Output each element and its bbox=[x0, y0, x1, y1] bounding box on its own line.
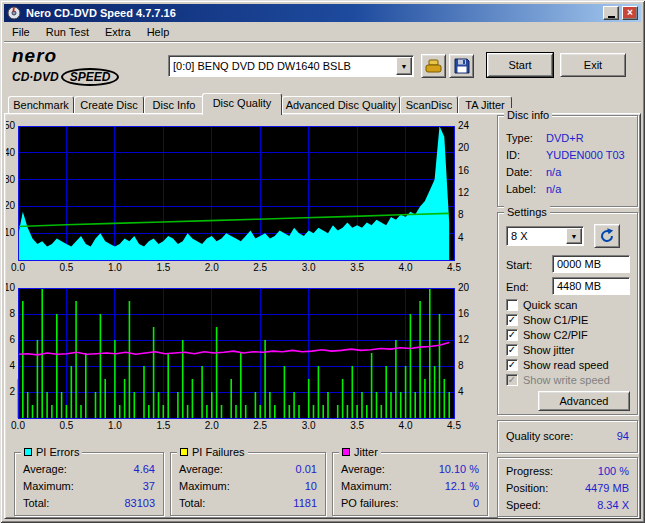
hand-disc-icon bbox=[425, 58, 443, 74]
refresh-speeds-button[interactable] bbox=[594, 224, 620, 248]
progress-group: Progress:100 % Position:4479 MB Speed:8.… bbox=[497, 457, 638, 517]
pif-total-label: Total: bbox=[179, 497, 205, 509]
checkbox-show-c2-pif[interactable]: ✓Show C2/PIF bbox=[506, 327, 636, 342]
svg-text:40: 40 bbox=[6, 147, 15, 158]
disc-date-value: n/a bbox=[546, 166, 561, 178]
svg-text:24: 24 bbox=[458, 120, 470, 131]
svg-text:2.5: 2.5 bbox=[253, 262, 267, 273]
tab-disc-quality[interactable]: Disc Quality bbox=[202, 93, 282, 115]
disc-date-label: Date: bbox=[506, 166, 532, 178]
speed-selector-dropdown[interactable]: ▼ bbox=[566, 228, 582, 244]
pi-errors-legend-swatch bbox=[24, 448, 32, 456]
checkbox-show-jitter[interactable]: ✓Show jitter bbox=[506, 342, 636, 357]
pif-total-value: 1181 bbox=[293, 497, 317, 509]
pi-failures-legend-swatch bbox=[180, 448, 188, 456]
svg-text:4.5: 4.5 bbox=[447, 420, 461, 431]
position-value: 4479 MB bbox=[585, 482, 629, 494]
app-window: Nero CD-DVD Speed 4.7.7.16 × File Run Te… bbox=[0, 0, 645, 523]
checkbox-label: Quick scan bbox=[523, 299, 577, 311]
drive-selector-value: [0:0] BENQ DVD DD DW1640 BSLB bbox=[169, 60, 395, 72]
tab-disc-info[interactable]: Disc Info bbox=[144, 96, 204, 113]
position-label: Position: bbox=[506, 482, 548, 494]
checkbox-show-c1-pie[interactable]: ✓Show C1/PIE bbox=[506, 312, 636, 327]
speed-value: 8.34 X bbox=[597, 499, 629, 511]
svg-text:0.0: 0.0 bbox=[11, 420, 25, 431]
pie-total-value: 83103 bbox=[124, 497, 155, 509]
chevron-down-icon: ▼ bbox=[571, 233, 578, 240]
menu-separator bbox=[4, 41, 641, 43]
tab-scandisc[interactable]: ScanDisc bbox=[400, 96, 458, 113]
speed-selector-value: 8 X bbox=[507, 230, 565, 242]
pie-maximum-label: Maximum: bbox=[23, 480, 74, 492]
start-button[interactable]: Start bbox=[487, 53, 553, 77]
speed-selector[interactable]: 8 X ▼ bbox=[506, 226, 584, 246]
disc-id-value: YUDEN000 T03 bbox=[546, 149, 625, 161]
window-title: Nero CD-DVD Speed 4.7.7.16 bbox=[24, 7, 600, 19]
end-mb-input[interactable]: 4480 MB bbox=[552, 277, 630, 295]
menu-file[interactable]: File bbox=[4, 24, 38, 40]
menu-extra[interactable]: Extra bbox=[97, 24, 139, 40]
advanced-button[interactable]: Advanced bbox=[538, 391, 630, 411]
checkbox-quick-scan[interactable]: Quick scan bbox=[506, 297, 636, 312]
nero-brand-text: nero bbox=[12, 45, 164, 67]
checkbox-box: ✓ bbox=[506, 359, 518, 371]
pif-maximum-label: Maximum: bbox=[179, 480, 230, 492]
svg-text:20: 20 bbox=[6, 200, 15, 211]
checkbox-show-write-speed[interactable]: ✓Show write speed bbox=[506, 372, 636, 387]
save-results-button[interactable] bbox=[449, 54, 474, 78]
checkbox-box bbox=[506, 299, 518, 311]
disc-label-label: Label: bbox=[506, 183, 536, 195]
pif-maximum-value: 10 bbox=[305, 480, 317, 492]
pif-average-value: 0.01 bbox=[296, 463, 317, 475]
tab-advanced-disc-quality[interactable]: Advanced Disc Quality bbox=[282, 96, 400, 113]
checkbox-box: ✓ bbox=[506, 314, 518, 326]
svg-text:20: 20 bbox=[458, 142, 470, 153]
titlebar: Nero CD-DVD Speed 4.7.7.16 × bbox=[4, 4, 641, 22]
nero-logo: nero CD·DVDSPEED bbox=[12, 45, 164, 87]
checkbox-show-read-speed[interactable]: ✓Show read speed bbox=[506, 357, 636, 372]
quality-charts: 504030201024201612840.00.51.01.52.02.53.… bbox=[6, 118, 488, 450]
drive-selector-dropdown[interactable]: ▼ bbox=[396, 57, 412, 75]
svg-text:4: 4 bbox=[458, 386, 464, 397]
disc-type-label: Type: bbox=[506, 132, 533, 144]
svg-text:8: 8 bbox=[458, 209, 464, 220]
menu-run-test[interactable]: Run Test bbox=[38, 24, 97, 40]
checkbox-label: Show read speed bbox=[523, 359, 609, 371]
close-button[interactable]: × bbox=[622, 6, 638, 20]
svg-text:3.0: 3.0 bbox=[302, 420, 316, 431]
checkbox-box: ✓ bbox=[506, 374, 518, 386]
exit-button[interactable]: Exit bbox=[560, 53, 626, 77]
minimize-icon bbox=[608, 16, 615, 18]
logo-speed-oval: SPEED bbox=[61, 68, 120, 86]
tab-benchmark[interactable]: Benchmark bbox=[8, 96, 74, 113]
pie-total-label: Total: bbox=[23, 497, 49, 509]
svg-text:10: 10 bbox=[6, 227, 15, 238]
svg-text:2.0: 2.0 bbox=[205, 420, 219, 431]
svg-text:0.5: 0.5 bbox=[59, 262, 73, 273]
tab-create-disc[interactable]: Create Disc bbox=[74, 96, 144, 113]
svg-text:8: 8 bbox=[458, 360, 464, 371]
start-mb-input[interactable]: 0000 MB bbox=[552, 255, 630, 273]
minimize-button[interactable] bbox=[603, 6, 619, 20]
svg-text:1.5: 1.5 bbox=[156, 262, 170, 273]
progress-value: 100 % bbox=[598, 465, 629, 477]
svg-text:16: 16 bbox=[458, 308, 470, 319]
svg-text:30: 30 bbox=[6, 174, 15, 185]
pi-failures-group: PI Failures Average:0.01 Maximum:10 Tota… bbox=[170, 452, 326, 516]
disc-info-group: Disc info Type:DVD+R ID:YUDEN000 T03 Dat… bbox=[497, 115, 638, 207]
svg-text:4.5: 4.5 bbox=[447, 262, 461, 273]
disc-id-label: ID: bbox=[506, 149, 520, 161]
svg-text:1.0: 1.0 bbox=[108, 262, 122, 273]
settings-checkbox-list: Quick scan✓Show C1/PIE✓Show C2/PIF✓Show … bbox=[506, 297, 636, 387]
svg-text:3.0: 3.0 bbox=[302, 262, 316, 273]
app-icon bbox=[7, 6, 21, 20]
menu-help[interactable]: Help bbox=[139, 24, 178, 40]
drive-selector[interactable]: [0:0] BENQ DVD DD DW1640 BSLB ▼ bbox=[168, 55, 414, 77]
logo-cddvd-text: CD·DVD bbox=[12, 70, 59, 84]
quality-score-label: Quality score: bbox=[506, 430, 573, 442]
svg-text:4: 4 bbox=[458, 232, 464, 243]
disc-type-value: DVD+R bbox=[546, 132, 584, 144]
eject-disc-button[interactable] bbox=[421, 54, 446, 78]
pie-maximum-value: 37 bbox=[143, 480, 155, 492]
pif-average-label: Average: bbox=[179, 463, 223, 475]
